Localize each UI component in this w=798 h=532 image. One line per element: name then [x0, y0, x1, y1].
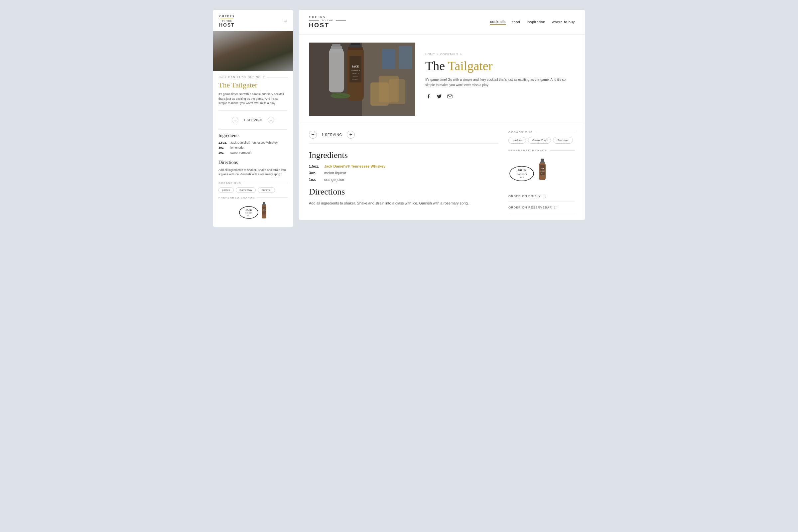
facebook-icon[interactable] [425, 93, 432, 100]
mobile-directions: Add all ingredients to shaker. Shake and… [218, 168, 288, 177]
svg-text:DANIEL'S: DANIEL'S [245, 212, 253, 214]
svg-rect-0 [213, 31, 293, 71]
jack-daniels-label-mobile: JACK DANIEL'S No. 7 [239, 203, 259, 219]
ingredient-desktop-2: 3oz. melon liqueur [309, 171, 498, 175]
desktop-cocktail-title: The Tailgater [425, 59, 575, 73]
mobile-brand-label: JACK DANIEL'S® OLD NO. 7 [218, 76, 288, 79]
desktop-ingredients-title: Ingredients [309, 150, 498, 160]
email-icon[interactable] [446, 93, 453, 100]
external-link-icon-drizly: ⬚ [543, 194, 546, 198]
desktop-directions: Add all ingredients to shaker. Shake and… [309, 200, 498, 207]
svg-text:DANIEL'S: DANIEL'S [516, 173, 527, 175]
mobile-header: CHEERS TO THE HOST ≡ [213, 10, 293, 31]
serving-decrease-button-mobile[interactable]: − [232, 117, 239, 124]
svg-text:JACK: JACK [262, 209, 266, 211]
nav-food[interactable]: food [512, 20, 520, 25]
tag-parties-mobile[interactable]: parties [218, 187, 234, 193]
order-reservebar-label: ORDER ON RESERVEBAR [508, 206, 552, 209]
svg-rect-7 [244, 37, 250, 39]
desktop-logo-line2: TO THE [322, 19, 333, 22]
ingredient-row-2: 3oz. lemonade [218, 146, 288, 149]
desktop-logo: CHEERS TO THE HOST [309, 15, 346, 29]
desktop-directions-title: Directions [309, 187, 498, 197]
hero-section: JACK DANIEL'S Old No. 7 Tennessee WHISKE… [299, 35, 585, 124]
serving-decrease-button-desktop[interactable]: − [309, 131, 317, 139]
mobile-brand-logos: JACK DANIEL'S No. 7 JACK DANIEL'S [218, 202, 288, 220]
tag-gameday-mobile[interactable]: Game Day [236, 187, 256, 193]
svg-rect-1 [233, 35, 243, 64]
desktop-hero-image: JACK DANIEL'S Old No. 7 Tennessee WHISKE… [309, 42, 415, 116]
desktop-brand-logos: JACK DANIEL'S No. 7 JACK DANIEL'S No. 7 [508, 155, 575, 185]
tag-summer-mobile[interactable]: Summer [258, 187, 275, 193]
svg-rect-47 [309, 42, 415, 116]
mobile-content: JACK DANIEL'S® OLD NO. 7 The Tailgater I… [213, 71, 293, 220]
mobile-cocktail-title: The Tailgater [218, 81, 288, 90]
sidebar-section: OCCASSIONS parties Game Day Summer PREFE… [508, 131, 575, 213]
mobile-tags: parties Game Day Summer [218, 187, 288, 193]
serving-increase-button-mobile[interactable]: + [268, 117, 274, 124]
svg-rect-13 [270, 50, 278, 61]
svg-text:JACK: JACK [540, 168, 545, 170]
svg-text:DANIEL'S: DANIEL'S [244, 52, 249, 53]
main-content: − 1 SERVING + Ingredients 1.5oz. Jack Da… [299, 124, 585, 220]
tag-gameday-desktop[interactable]: Game Day [528, 137, 551, 144]
mobile-logo-line1: CHEERS [219, 15, 235, 18]
recipe-section: − 1 SERVING + Ingredients 1.5oz. Jack Da… [309, 131, 498, 213]
order-drizly-label: ORDER ON DRIZLY [508, 194, 540, 198]
desktop-panel: CHEERS TO THE HOST cocktails food inspir… [299, 10, 585, 220]
breadcrumb-sep2: > [460, 53, 462, 56]
tag-summer-desktop[interactable]: Summer [553, 137, 573, 144]
hero-right: HOME > COCKTAILS > The Tailgater It's ga… [425, 42, 575, 116]
svg-text:JACK: JACK [245, 49, 249, 51]
svg-text:No. 7: No. 7 [519, 176, 524, 178]
mobile-panel: CHEERS TO THE HOST ≡ JACK DANIEL'S JACK … [213, 10, 293, 227]
svg-text:No. 7: No. 7 [541, 173, 544, 174]
order-reservebar-link[interactable]: ORDER ON RESERVEBAR ⬚ [508, 202, 575, 213]
jack-daniels-label-desktop: JACK DANIEL'S No. 7 [508, 162, 535, 182]
nav-where-to-buy[interactable]: where to buy [552, 20, 575, 25]
sidebar-brands-label: PREFERRED BRANDS [508, 149, 575, 152]
mobile-occasions-label: OCCASSIONS [218, 182, 288, 185]
breadcrumb-cocktails[interactable]: COCKTAILS [440, 53, 458, 56]
nav-inspiration[interactable]: inspiration [527, 20, 545, 25]
ingredient-row-3: 1oz. sweet vermouth [218, 151, 288, 154]
mobile-hero-image: JACK DANIEL'S JACK DANIEL'S [213, 31, 293, 71]
external-link-icon-reservebar: ⬚ [554, 205, 557, 209]
svg-rect-3 [235, 32, 241, 35]
tag-parties-desktop[interactable]: parties [508, 137, 526, 144]
breadcrumb-home[interactable]: HOME [425, 53, 435, 56]
svg-text:DANIEL'S: DANIEL'S [235, 51, 241, 52]
svg-rect-2 [234, 34, 242, 37]
svg-text:JACK: JACK [245, 209, 252, 211]
desktop-serving-row: − 1 SERVING + [309, 131, 498, 144]
hamburger-icon[interactable]: ≡ [284, 18, 287, 25]
svg-rect-18 [263, 202, 265, 205]
mobile-logo-line2: TO THE [219, 20, 235, 22]
order-drizly-link[interactable]: ORDER ON DRIZLY ⬚ [508, 191, 575, 202]
mobile-directions-title: Directions [218, 160, 288, 165]
svg-text:DANIEL'S: DANIEL'S [540, 171, 545, 172]
nav-cocktails[interactable]: cocktails [490, 20, 506, 25]
mobile-logo-line3: HOST [219, 22, 235, 27]
svg-text:DANIEL'S: DANIEL'S [262, 211, 266, 212]
logo-line-decoration [309, 20, 319, 21]
twitter-icon[interactable] [436, 93, 442, 100]
svg-text:JACK: JACK [517, 168, 526, 172]
desktop-logo-line3: HOST [309, 22, 346, 29]
breadcrumb-sep1: > [437, 53, 439, 56]
logo-line-decoration-2 [336, 20, 346, 21]
desktop-logo-line1: CHEERS [309, 15, 346, 19]
svg-text:JACK: JACK [236, 48, 241, 50]
svg-rect-6 [243, 38, 250, 63]
sidebar-occasions: OCCASSIONS parties Game Day Summer [508, 131, 575, 144]
bottle-desktop: JACK DANIEL'S No. 7 [538, 158, 547, 182]
mobile-ingredients-title: Ingredients [218, 133, 288, 138]
mobile-brands-label: PREFERRED BRANDS [218, 196, 288, 199]
bottle-mobile: JACK DANIEL'S [261, 202, 267, 220]
svg-rect-12 [265, 51, 273, 61]
ingredient-row-1: 1.5oz. Jack Daniel's® Tennessee Whiskey [218, 141, 288, 144]
ingredient-desktop-3: 1oz. orange juice [309, 177, 498, 182]
mobile-logo: CHEERS TO THE HOST [219, 15, 235, 27]
serving-increase-button-desktop[interactable]: + [347, 131, 355, 139]
breadcrumb: HOME > COCKTAILS > [425, 53, 575, 56]
